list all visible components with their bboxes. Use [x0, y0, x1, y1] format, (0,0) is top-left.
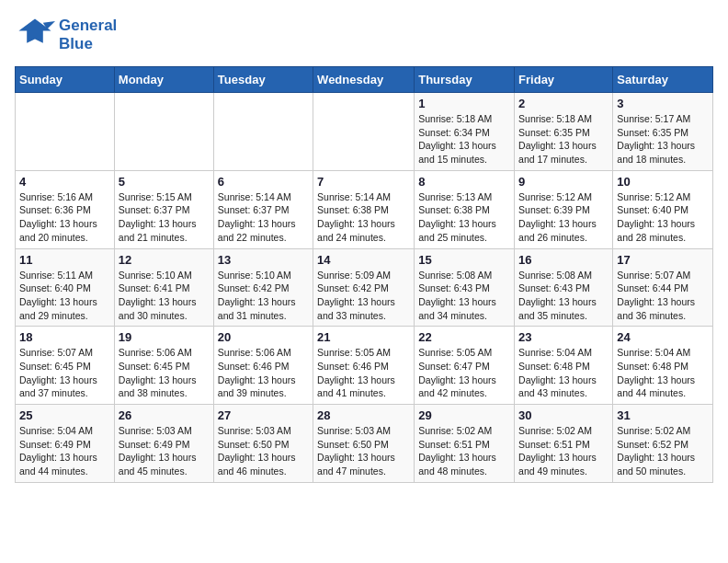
day-cell: [114, 93, 213, 171]
header-tuesday: Tuesday: [213, 67, 313, 93]
day-cell: 15Sunrise: 5:08 AM Sunset: 6:43 PM Dayli…: [415, 248, 515, 327]
day-cell: 16Sunrise: 5:08 AM Sunset: 6:43 PM Dayli…: [515, 248, 613, 327]
day-info: Sunrise: 5:18 AM Sunset: 6:34 PM Dayligh…: [418, 112, 510, 167]
day-number: 10: [617, 175, 709, 189]
day-info: Sunrise: 5:04 AM Sunset: 6:48 PM Dayligh…: [617, 346, 709, 400]
day-info: Sunrise: 5:12 AM Sunset: 6:40 PM Dayligh…: [617, 190, 709, 245]
day-info: Sunrise: 5:12 AM Sunset: 6:39 PM Dayligh…: [518, 190, 609, 245]
day-cell: 8Sunrise: 5:13 AM Sunset: 6:38 PM Daylig…: [415, 170, 515, 248]
day-cell: 26Sunrise: 5:03 AM Sunset: 6:49 PM Dayli…: [114, 405, 213, 483]
day-cell: 24Sunrise: 5:04 AM Sunset: 6:48 PM Dayli…: [613, 327, 713, 405]
day-info: Sunrise: 5:02 AM Sunset: 6:51 PM Dayligh…: [518, 424, 609, 478]
day-cell: 2Sunrise: 5:18 AM Sunset: 6:35 PM Daylig…: [515, 93, 613, 171]
day-cell: 22Sunrise: 5:05 AM Sunset: 6:47 PM Dayli…: [415, 327, 515, 405]
day-info: Sunrise: 5:17 AM Sunset: 6:35 PM Dayligh…: [617, 112, 709, 167]
day-info: Sunrise: 5:07 AM Sunset: 6:44 PM Dayligh…: [617, 269, 709, 323]
logo: General Blue: [15, 15, 117, 55]
week-row-5: 25Sunrise: 5:04 AM Sunset: 6:49 PM Dayli…: [16, 405, 713, 483]
day-cell: 28Sunrise: 5:03 AM Sunset: 6:50 PM Dayli…: [313, 405, 415, 483]
day-info: Sunrise: 5:03 AM Sunset: 6:50 PM Dayligh…: [218, 424, 309, 478]
day-number: 3: [617, 97, 709, 110]
day-number: 6: [218, 175, 309, 189]
week-row-1: 1Sunrise: 5:18 AM Sunset: 6:34 PM Daylig…: [16, 93, 713, 171]
day-cell: 13Sunrise: 5:10 AM Sunset: 6:42 PM Dayli…: [213, 248, 313, 327]
day-info: Sunrise: 5:14 AM Sunset: 6:37 PM Dayligh…: [218, 190, 309, 245]
calendar-body: 1Sunrise: 5:18 AM Sunset: 6:34 PM Daylig…: [16, 93, 713, 483]
day-cell: 9Sunrise: 5:12 AM Sunset: 6:39 PM Daylig…: [515, 170, 613, 248]
day-info: Sunrise: 5:02 AM Sunset: 6:52 PM Dayligh…: [617, 424, 709, 478]
day-number: 5: [119, 175, 210, 189]
day-cell: 12Sunrise: 5:10 AM Sunset: 6:41 PM Dayli…: [114, 248, 213, 327]
day-number: 30: [518, 408, 609, 422]
day-info: Sunrise: 5:06 AM Sunset: 6:46 PM Dayligh…: [218, 346, 309, 400]
day-cell: 5Sunrise: 5:15 AM Sunset: 6:37 PM Daylig…: [114, 170, 213, 248]
calendar-table: SundayMondayTuesdayWednesdayThursdayFrid…: [15, 66, 713, 483]
logo-bird-icon: [15, 15, 55, 55]
week-row-4: 18Sunrise: 5:07 AM Sunset: 6:45 PM Dayli…: [16, 327, 713, 405]
day-number: 17: [617, 253, 709, 267]
week-row-2: 4Sunrise: 5:16 AM Sunset: 6:36 PM Daylig…: [16, 170, 713, 248]
day-number: 4: [19, 175, 110, 189]
day-cell: [213, 93, 313, 171]
header-monday: Monday: [114, 67, 213, 93]
day-info: Sunrise: 5:10 AM Sunset: 6:41 PM Dayligh…: [119, 269, 210, 323]
day-info: Sunrise: 5:04 AM Sunset: 6:49 PM Dayligh…: [19, 424, 110, 478]
header-saturday: Saturday: [613, 67, 713, 93]
header-wednesday: Wednesday: [313, 67, 415, 93]
day-cell: 25Sunrise: 5:04 AM Sunset: 6:49 PM Dayli…: [16, 405, 115, 483]
day-cell: 17Sunrise: 5:07 AM Sunset: 6:44 PM Dayli…: [613, 248, 713, 327]
day-number: 1: [418, 97, 510, 110]
header-sunday: Sunday: [16, 67, 115, 93]
day-number: 27: [218, 408, 309, 422]
day-number: 28: [317, 408, 410, 422]
day-number: 8: [418, 175, 510, 189]
day-number: 16: [518, 253, 609, 267]
day-info: Sunrise: 5:16 AM Sunset: 6:36 PM Dayligh…: [19, 190, 110, 245]
day-info: Sunrise: 5:10 AM Sunset: 6:42 PM Dayligh…: [218, 269, 309, 323]
day-info: Sunrise: 5:04 AM Sunset: 6:48 PM Dayligh…: [518, 346, 609, 400]
day-number: 19: [119, 330, 210, 344]
day-cell: 1Sunrise: 5:18 AM Sunset: 6:34 PM Daylig…: [415, 93, 515, 171]
header-thursday: Thursday: [415, 67, 515, 93]
day-info: Sunrise: 5:03 AM Sunset: 6:49 PM Dayligh…: [119, 424, 210, 478]
day-number: 24: [617, 330, 709, 344]
day-number: 2: [518, 97, 609, 110]
day-info: Sunrise: 5:18 AM Sunset: 6:35 PM Dayligh…: [518, 112, 609, 167]
day-number: 31: [617, 408, 709, 422]
logo-blue: Blue: [59, 35, 117, 53]
day-cell: 4Sunrise: 5:16 AM Sunset: 6:36 PM Daylig…: [16, 170, 115, 248]
day-number: 7: [317, 175, 410, 189]
calendar-header: SundayMondayTuesdayWednesdayThursdayFrid…: [16, 67, 713, 93]
day-cell: 14Sunrise: 5:09 AM Sunset: 6:42 PM Dayli…: [313, 248, 415, 327]
day-cell: 10Sunrise: 5:12 AM Sunset: 6:40 PM Dayli…: [613, 170, 713, 248]
day-cell: [313, 93, 415, 171]
day-info: Sunrise: 5:08 AM Sunset: 6:43 PM Dayligh…: [418, 269, 510, 323]
day-cell: [16, 93, 115, 171]
day-cell: 23Sunrise: 5:04 AM Sunset: 6:48 PM Dayli…: [515, 327, 613, 405]
day-number: 26: [119, 408, 210, 422]
day-info: Sunrise: 5:09 AM Sunset: 6:42 PM Dayligh…: [317, 269, 410, 323]
day-cell: 21Sunrise: 5:05 AM Sunset: 6:46 PM Dayli…: [313, 327, 415, 405]
day-info: Sunrise: 5:05 AM Sunset: 6:46 PM Dayligh…: [317, 346, 410, 400]
day-cell: 3Sunrise: 5:17 AM Sunset: 6:35 PM Daylig…: [613, 93, 713, 171]
day-number: 23: [518, 330, 609, 344]
header-row: SundayMondayTuesdayWednesdayThursdayFrid…: [16, 67, 713, 93]
day-cell: 27Sunrise: 5:03 AM Sunset: 6:50 PM Dayli…: [213, 405, 313, 483]
day-number: 11: [19, 253, 110, 267]
day-number: 21: [317, 330, 410, 344]
day-info: Sunrise: 5:02 AM Sunset: 6:51 PM Dayligh…: [418, 424, 510, 478]
day-cell: 7Sunrise: 5:14 AM Sunset: 6:38 PM Daylig…: [313, 170, 415, 248]
day-cell: 18Sunrise: 5:07 AM Sunset: 6:45 PM Dayli…: [16, 327, 115, 405]
day-number: 20: [218, 330, 309, 344]
page-header: General Blue: [15, 15, 713, 55]
day-cell: 11Sunrise: 5:11 AM Sunset: 6:40 PM Dayli…: [16, 248, 115, 327]
day-number: 22: [418, 330, 510, 344]
day-number: 14: [317, 253, 410, 267]
day-info: Sunrise: 5:06 AM Sunset: 6:45 PM Dayligh…: [119, 346, 210, 400]
day-info: Sunrise: 5:07 AM Sunset: 6:45 PM Dayligh…: [19, 346, 110, 400]
day-cell: 31Sunrise: 5:02 AM Sunset: 6:52 PM Dayli…: [613, 405, 713, 483]
header-friday: Friday: [515, 67, 613, 93]
week-row-3: 11Sunrise: 5:11 AM Sunset: 6:40 PM Dayli…: [16, 248, 713, 327]
day-info: Sunrise: 5:08 AM Sunset: 6:43 PM Dayligh…: [518, 269, 609, 323]
day-info: Sunrise: 5:05 AM Sunset: 6:47 PM Dayligh…: [418, 346, 510, 400]
